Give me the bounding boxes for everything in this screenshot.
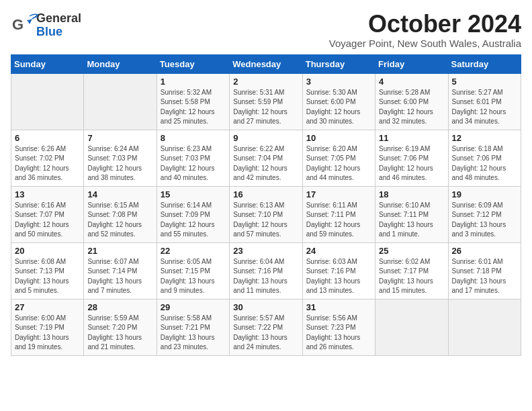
day-number: 25 xyxy=(379,246,444,256)
day-info: Sunrise: 6:00 AM Sunset: 7:19 PM Dayligh… xyxy=(15,314,80,353)
day-number: 1 xyxy=(161,77,226,87)
day-number: 23 xyxy=(233,246,298,256)
calendar-day-cell: 27Sunrise: 6:00 AM Sunset: 7:19 PM Dayli… xyxy=(11,299,84,355)
day-number: 31 xyxy=(306,302,371,312)
day-info: Sunrise: 5:31 AM Sunset: 5:59 PM Dayligh… xyxy=(233,88,298,127)
day-info: Sunrise: 6:04 AM Sunset: 7:16 PM Dayligh… xyxy=(233,257,298,296)
day-info: Sunrise: 6:03 AM Sunset: 7:16 PM Dayligh… xyxy=(306,257,371,296)
calendar-day-cell: 17Sunrise: 6:11 AM Sunset: 7:11 PM Dayli… xyxy=(302,186,375,242)
calendar-week-row: 1Sunrise: 5:32 AM Sunset: 5:58 PM Daylig… xyxy=(11,73,521,130)
day-of-week-header: Tuesday xyxy=(157,54,229,73)
day-number: 26 xyxy=(452,246,517,256)
location-subtitle: Voyager Point, New South Wales, Australi… xyxy=(329,38,521,49)
day-number: 30 xyxy=(233,302,298,312)
calendar-day-cell: 5Sunrise: 5:27 AM Sunset: 6:01 PM Daylig… xyxy=(448,73,521,130)
calendar-day-cell xyxy=(84,73,157,130)
calendar-day-cell: 14Sunrise: 6:15 AM Sunset: 7:08 PM Dayli… xyxy=(84,186,157,242)
day-number: 13 xyxy=(15,189,80,199)
calendar-day-cell: 30Sunrise: 5:57 AM Sunset: 7:22 PM Dayli… xyxy=(230,299,302,355)
day-info: Sunrise: 6:01 AM Sunset: 7:18 PM Dayligh… xyxy=(452,257,517,296)
day-info: Sunrise: 6:22 AM Sunset: 7:04 PM Dayligh… xyxy=(233,144,298,183)
day-number: 27 xyxy=(15,302,80,312)
day-number: 12 xyxy=(452,133,517,143)
day-info: Sunrise: 6:19 AM Sunset: 7:06 PM Dayligh… xyxy=(379,144,444,183)
day-number: 29 xyxy=(161,302,226,312)
day-info: Sunrise: 6:15 AM Sunset: 7:08 PM Dayligh… xyxy=(87,201,152,240)
calendar-week-row: 20Sunrise: 6:08 AM Sunset: 7:13 PM Dayli… xyxy=(11,242,521,299)
day-info: Sunrise: 6:16 AM Sunset: 7:07 PM Dayligh… xyxy=(15,201,80,240)
day-number: 21 xyxy=(87,246,152,256)
day-of-week-header: Sunday xyxy=(11,54,84,73)
logo-general-text: General xyxy=(36,12,81,26)
day-info: Sunrise: 6:08 AM Sunset: 7:13 PM Dayligh… xyxy=(15,257,80,296)
page-header: G General Blue October 2024 Voyager Poin… xyxy=(11,11,521,49)
calendar-week-row: 6Sunrise: 6:26 AM Sunset: 7:02 PM Daylig… xyxy=(11,130,521,186)
calendar-day-cell: 16Sunrise: 6:13 AM Sunset: 7:10 PM Dayli… xyxy=(230,186,302,242)
calendar-day-cell: 3Sunrise: 5:30 AM Sunset: 6:00 PM Daylig… xyxy=(302,73,375,130)
day-of-week-header: Friday xyxy=(375,54,448,73)
day-number: 9 xyxy=(233,133,298,143)
title-block: October 2024 Voyager Point, New South Wa… xyxy=(329,11,521,49)
calendar-day-cell: 19Sunrise: 6:09 AM Sunset: 7:12 PM Dayli… xyxy=(448,186,521,242)
day-number: 4 xyxy=(379,77,444,87)
day-of-week-header: Monday xyxy=(84,54,157,73)
calendar-day-cell: 25Sunrise: 6:02 AM Sunset: 7:17 PM Dayli… xyxy=(375,242,448,299)
day-info: Sunrise: 6:11 AM Sunset: 7:11 PM Dayligh… xyxy=(306,201,371,240)
day-of-week-header: Thursday xyxy=(302,54,375,73)
calendar-day-cell: 4Sunrise: 5:28 AM Sunset: 6:00 PM Daylig… xyxy=(375,73,448,130)
logo-blue-text: Blue xyxy=(36,26,81,39)
day-number: 16 xyxy=(233,189,298,199)
calendar-day-cell: 1Sunrise: 5:32 AM Sunset: 5:58 PM Daylig… xyxy=(157,73,229,130)
calendar-day-cell: 8Sunrise: 6:23 AM Sunset: 7:03 PM Daylig… xyxy=(157,130,229,186)
day-number: 8 xyxy=(161,133,226,143)
calendar-day-cell: 29Sunrise: 5:58 AM Sunset: 7:21 PM Dayli… xyxy=(157,299,229,355)
day-info: Sunrise: 6:09 AM Sunset: 7:12 PM Dayligh… xyxy=(452,201,517,240)
calendar-day-cell xyxy=(11,73,84,130)
calendar-day-cell: 31Sunrise: 5:56 AM Sunset: 7:23 PM Dayli… xyxy=(302,299,375,355)
day-info: Sunrise: 5:58 AM Sunset: 7:21 PM Dayligh… xyxy=(161,314,226,353)
calendar-week-row: 27Sunrise: 6:00 AM Sunset: 7:19 PM Dayli… xyxy=(11,299,521,355)
logo-icon: G xyxy=(11,11,40,40)
calendar-day-cell: 6Sunrise: 6:26 AM Sunset: 7:02 PM Daylig… xyxy=(11,130,84,186)
calendar-day-cell: 12Sunrise: 6:18 AM Sunset: 7:06 PM Dayli… xyxy=(448,130,521,186)
day-info: Sunrise: 6:13 AM Sunset: 7:10 PM Dayligh… xyxy=(233,201,298,240)
day-number: 18 xyxy=(379,189,444,199)
calendar-day-cell: 20Sunrise: 6:08 AM Sunset: 7:13 PM Dayli… xyxy=(11,242,84,299)
calendar-day-cell xyxy=(448,299,521,355)
day-number: 7 xyxy=(87,133,152,143)
calendar-day-cell: 21Sunrise: 6:07 AM Sunset: 7:14 PM Dayli… xyxy=(84,242,157,299)
calendar-day-cell: 26Sunrise: 6:01 AM Sunset: 7:18 PM Dayli… xyxy=(448,242,521,299)
calendar-day-cell: 28Sunrise: 5:59 AM Sunset: 7:20 PM Dayli… xyxy=(84,299,157,355)
calendar-day-cell: 15Sunrise: 6:14 AM Sunset: 7:09 PM Dayli… xyxy=(157,186,229,242)
calendar-header-row: SundayMondayTuesdayWednesdayThursdayFrid… xyxy=(11,54,521,73)
day-number: 22 xyxy=(161,246,226,256)
logo: G General Blue xyxy=(11,11,81,40)
calendar-week-row: 13Sunrise: 6:16 AM Sunset: 7:07 PM Dayli… xyxy=(11,186,521,242)
day-info: Sunrise: 6:10 AM Sunset: 7:11 PM Dayligh… xyxy=(379,201,444,240)
calendar-day-cell: 11Sunrise: 6:19 AM Sunset: 7:06 PM Dayli… xyxy=(375,130,448,186)
calendar-table: SundayMondayTuesdayWednesdayThursdayFrid… xyxy=(11,54,521,356)
day-info: Sunrise: 5:59 AM Sunset: 7:20 PM Dayligh… xyxy=(87,314,152,353)
day-number: 2 xyxy=(233,77,298,87)
day-info: Sunrise: 6:20 AM Sunset: 7:05 PM Dayligh… xyxy=(306,144,371,183)
day-number: 15 xyxy=(161,189,226,199)
calendar-day-cell: 18Sunrise: 6:10 AM Sunset: 7:11 PM Dayli… xyxy=(375,186,448,242)
day-number: 14 xyxy=(87,189,152,199)
month-year-title: October 2024 xyxy=(329,11,521,38)
calendar-day-cell: 10Sunrise: 6:20 AM Sunset: 7:05 PM Dayli… xyxy=(302,130,375,186)
day-info: Sunrise: 6:24 AM Sunset: 7:03 PM Dayligh… xyxy=(87,144,152,183)
calendar-day-cell: 9Sunrise: 6:22 AM Sunset: 7:04 PM Daylig… xyxy=(230,130,302,186)
day-number: 20 xyxy=(15,246,80,256)
day-info: Sunrise: 6:23 AM Sunset: 7:03 PM Dayligh… xyxy=(161,144,226,183)
day-number: 11 xyxy=(379,133,444,143)
calendar-day-cell: 7Sunrise: 6:24 AM Sunset: 7:03 PM Daylig… xyxy=(84,130,157,186)
day-info: Sunrise: 6:05 AM Sunset: 7:15 PM Dayligh… xyxy=(161,257,226,296)
day-number: 19 xyxy=(452,189,517,199)
day-info: Sunrise: 5:57 AM Sunset: 7:22 PM Dayligh… xyxy=(233,314,298,353)
day-number: 28 xyxy=(87,302,152,312)
day-info: Sunrise: 5:32 AM Sunset: 5:58 PM Dayligh… xyxy=(161,88,226,127)
day-number: 17 xyxy=(306,189,371,199)
day-of-week-header: Wednesday xyxy=(230,54,302,73)
day-info: Sunrise: 6:02 AM Sunset: 7:17 PM Dayligh… xyxy=(379,257,444,296)
calendar-day-cell: 24Sunrise: 6:03 AM Sunset: 7:16 PM Dayli… xyxy=(302,242,375,299)
